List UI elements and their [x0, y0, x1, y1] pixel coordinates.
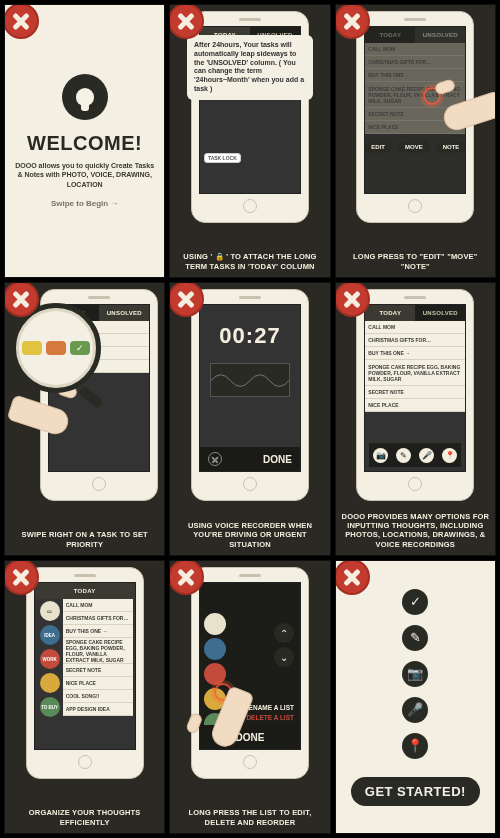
task-row[interactable]: BUY THIS ONE →: [63, 625, 133, 638]
move-button[interactable]: MOVE: [398, 141, 430, 153]
caption: USING VOICE RECORDER WHEN YOU'RE DRIVING…: [174, 521, 325, 549]
mic-icon: 🎤: [402, 697, 428, 723]
delete-list-button[interactable]: DELETE A LIST: [244, 714, 294, 721]
category-idea[interactable]: IDEA: [40, 625, 60, 645]
home-button-icon: [243, 477, 257, 491]
welcome-sub: DOOO allows you to quickly Create Tasks …: [15, 161, 154, 188]
priority-yellow[interactable]: [22, 341, 42, 355]
task-row[interactable]: SPONGE CAKE RECIPE EGG, BAKING POWDER, F…: [365, 360, 465, 386]
home-button-icon: [243, 755, 257, 769]
welcome-heading: WELCOME!: [27, 132, 142, 155]
category-work[interactable]: WORK: [40, 649, 60, 669]
check-icon: ✓: [402, 589, 428, 615]
camera-icon[interactable]: 📷: [373, 448, 388, 463]
get-started-button[interactable]: GET STARTED!: [351, 777, 480, 806]
tab-today[interactable]: TODAY: [365, 305, 415, 321]
task-row[interactable]: COOL SONG!!: [63, 690, 133, 703]
phone-mock: TODAY ▭ IDEA WORK TO BUY CALL MOM CHRIST…: [26, 567, 144, 779]
tile-welcome: WELCOME! DOOO allows you to quickly Crea…: [4, 4, 165, 278]
home-button-icon: [92, 477, 106, 491]
tab-unsolved[interactable]: UNSOLVED: [415, 305, 465, 321]
pencil-icon[interactable]: ✎: [396, 448, 411, 463]
caption: ORGANIZE YOUR THOUGHTS EFFICIENTLY: [9, 808, 160, 827]
task-row[interactable]: SECRET NOTE: [365, 386, 465, 399]
tile-task-lock: TODAY UNSOLVED OIL CHANGE TASK LOCK Afte…: [169, 4, 330, 278]
swipe-hint: Swipe to Begin →: [51, 199, 119, 208]
category-misc[interactable]: [40, 673, 60, 693]
done-button[interactable]: DONE: [236, 732, 265, 743]
phone-mock: 00:27 DONE: [191, 289, 309, 501]
task-row[interactable]: NICE PLACE: [365, 399, 465, 412]
note-button[interactable]: NOTE: [436, 141, 467, 153]
done-button[interactable]: DONE: [263, 454, 292, 465]
close-icon[interactable]: [335, 560, 370, 595]
camera-icon: 📷: [402, 661, 428, 687]
task-row[interactable]: CHRISTMAS GIFTS FOR…: [63, 612, 133, 625]
home-button-icon: [408, 477, 422, 491]
priority-green[interactable]: ✓: [70, 341, 90, 355]
priority-orange[interactable]: [46, 341, 66, 355]
move-down-icon[interactable]: ⌄: [274, 647, 294, 667]
tooltip-bubble: After 24hours, Your tasks will automatic…: [187, 35, 313, 100]
task-row[interactable]: CALL MOM: [63, 599, 133, 612]
tile-voice-recorder: 00:27 DONE USING VOICE RECORDER WHEN YOU…: [169, 282, 330, 556]
tab-today[interactable]: TODAY: [35, 583, 135, 599]
location-icon: 📍: [402, 733, 428, 759]
mic-icon[interactable]: 🎤: [419, 448, 434, 463]
phone-mock: TODAY UNSOLVED CALL MOM CHRISTMAS GIFTS …: [356, 289, 474, 501]
tab-unsolved[interactable]: UNSOLVED: [99, 305, 149, 321]
caption: LONG PRESS TO "EDIT" "MOVE" "NOTE": [340, 252, 491, 271]
task-row[interactable]: SECRET NOTE: [63, 664, 133, 677]
tile-list-edit: ⌃ ⌄ RENAME A LIST DELETE A LIST DONE LON…: [169, 560, 330, 834]
timer-value: 00:27: [200, 323, 300, 349]
caption: LONG PRESS THE LIST TO EDIT, DELETE AND …: [174, 808, 325, 827]
close-icon[interactable]: [4, 4, 39, 39]
task-row[interactable]: BUY THIS ONE →: [365, 347, 465, 360]
task-row[interactable]: SPONGE CAKE RECIPE EGG, BAKING POWDER, F…: [63, 638, 133, 664]
home-button-icon: [243, 199, 257, 213]
category-tobuy[interactable]: TO BUY: [40, 697, 60, 717]
hand-icon: [433, 75, 496, 125]
caption: USING ' 🔒 ' TO ATTACH THE LONG TERM TASK…: [174, 252, 325, 271]
task-row[interactable]: CALL MOM: [365, 321, 465, 334]
cancel-button[interactable]: [208, 452, 222, 466]
bulb-icon: [62, 74, 108, 120]
home-button-icon: [78, 755, 92, 769]
task-row[interactable]: APP DESIGN IDEA: [63, 703, 133, 716]
tile-input-options: TODAY UNSOLVED CALL MOM CHRISTMAS GIFTS …: [335, 282, 496, 556]
tile-organize: TODAY ▭ IDEA WORK TO BUY CALL MOM CHRIST…: [4, 560, 165, 834]
close-icon[interactable]: [335, 4, 370, 39]
location-icon[interactable]: 📍: [442, 448, 457, 463]
tile-get-started: ✓ ✎ 📷 🎤 📍 GET STARTED!: [335, 560, 496, 834]
waveform-icon: [210, 363, 290, 397]
category-icon[interactable]: [204, 638, 226, 660]
category-icon[interactable]: [204, 613, 226, 635]
tile-swipe-priority: TODAY UNSOLVED CAR WASH OIL CHANGE SET U…: [4, 282, 165, 556]
task-lock-label: TASK LOCK: [204, 153, 241, 163]
pencil-icon: ✎: [402, 625, 428, 651]
edit-button[interactable]: EDIT: [364, 141, 392, 153]
tile-long-press: TODAY UNSOLVED CALL MOM CHRISTMAS GIFTS …: [335, 4, 496, 278]
move-up-icon[interactable]: ⌃: [274, 623, 294, 643]
caption: DOOO PROVIDES MANY OPTIONS FOR INPUTTING…: [340, 512, 491, 550]
task-row[interactable]: NICE PLACE: [63, 677, 133, 690]
home-button-icon: [408, 199, 422, 213]
caption: SWIPE RIGHT ON A TASK TO SET PRIORITY: [9, 530, 160, 549]
close-icon[interactable]: [335, 282, 370, 317]
category-note-icon[interactable]: ▭: [40, 601, 60, 621]
task-row[interactable]: CHRISTMAS GIFTS FOR…: [365, 334, 465, 347]
